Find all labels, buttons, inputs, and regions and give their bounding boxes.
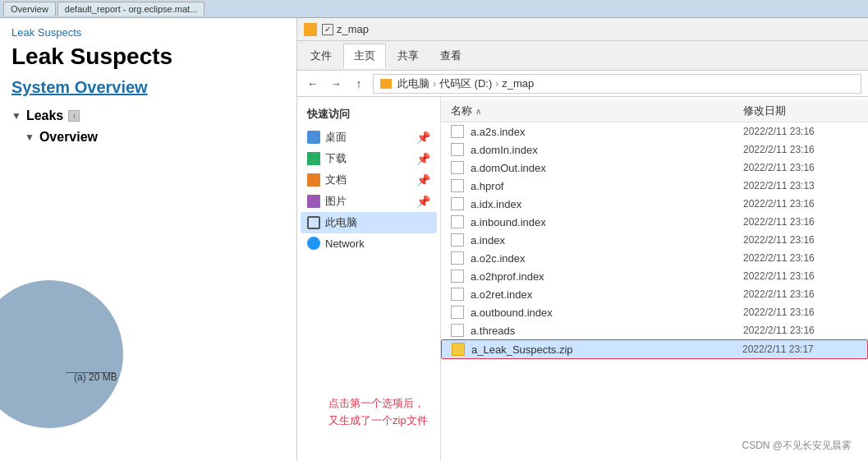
file-date: 2022/2/11 23:13 bbox=[743, 180, 858, 191]
file-row[interactable]: a.o2ret.index2022/2/11 23:16 bbox=[441, 285, 868, 303]
ribbon-view-btn[interactable]: 查看 bbox=[430, 44, 471, 68]
overview-arrow-icon[interactable]: ▼ bbox=[25, 131, 34, 143]
file-icon bbox=[451, 233, 464, 247]
file-date: 2022/2/11 23:16 bbox=[743, 325, 858, 336]
system-overview-link[interactable]: System Overview bbox=[11, 78, 285, 97]
file-name: a.inbound.index bbox=[471, 216, 743, 228]
nav-item-this-pc[interactable]: 此电脑 bbox=[301, 212, 437, 233]
file-date: 2022/2/11 23:16 bbox=[743, 126, 858, 137]
file-name: a.hprof bbox=[471, 180, 743, 192]
nav-item-documents[interactable]: 文档 📌 bbox=[301, 169, 437, 191]
pin-icon-documents: 📌 bbox=[416, 173, 430, 187]
overview-label: Overview bbox=[39, 130, 98, 145]
leaks-info-icon: i bbox=[68, 110, 80, 122]
file-row[interactable]: a.idx.index2022/2/11 23:16 bbox=[441, 195, 868, 213]
file-icon bbox=[451, 179, 464, 192]
file-name: a.outbound.index bbox=[471, 307, 743, 319]
path-part-1: 此电脑 bbox=[397, 76, 429, 91]
download-icon bbox=[307, 152, 320, 165]
file-date: 2022/2/11 23:16 bbox=[743, 198, 858, 210]
file-name: a.index bbox=[471, 234, 743, 247]
ribbon-file-btn[interactable]: 文件 bbox=[301, 44, 342, 68]
file-name: a_Leak_Suspects.zip bbox=[471, 343, 742, 356]
this-pc-icon bbox=[307, 216, 320, 229]
file-row[interactable]: a.a2s.index2022/2/11 23:16 bbox=[441, 122, 868, 141]
file-name: a.threads bbox=[471, 325, 743, 337]
leak-suspects-breadcrumb[interactable]: Leak Suspects bbox=[11, 26, 285, 39]
file-row[interactable]: a.domIn.index2022/2/11 23:16 bbox=[441, 141, 868, 159]
file-date: 2022/2/11 23:17 bbox=[742, 343, 857, 355]
file-date: 2022/2/11 23:16 bbox=[743, 216, 858, 228]
explorer-body: 快速访问 桌面 📌 下载 📌 文档 📌 bbox=[297, 97, 868, 461]
file-icon bbox=[451, 143, 464, 156]
col-header-name[interactable]: 名称 ∧ bbox=[451, 104, 743, 118]
file-row[interactable]: a.inbound.index2022/2/11 23:16 bbox=[441, 213, 868, 231]
pictures-icon bbox=[307, 195, 320, 208]
ribbon-share-btn[interactable]: 共享 bbox=[388, 44, 429, 68]
leaks-label: Leaks bbox=[26, 108, 63, 123]
file-row[interactable]: a.hprof2022/2/11 23:13 bbox=[441, 177, 868, 195]
network-icon bbox=[307, 237, 320, 250]
file-name: a.domOut.index bbox=[471, 162, 743, 174]
tab-overview[interactable]: Overview bbox=[3, 2, 56, 16]
file-date: 2022/2/11 23:16 bbox=[743, 162, 858, 173]
path-folder-icon bbox=[380, 79, 392, 89]
leaks-section: ▼ Leaks i bbox=[11, 108, 285, 123]
file-name: a.o2ret.index bbox=[471, 288, 743, 301]
file-date: 2022/2/11 23:16 bbox=[743, 234, 858, 246]
pin-icon-pictures: 📌 bbox=[416, 195, 430, 208]
nav-item-pictures[interactable]: 图片 📌 bbox=[301, 191, 437, 212]
file-explorer: ✓ z_map 文件 主页 共享 查看 ← → ↑ 此电脑 › 代码区 (D:)… bbox=[297, 18, 868, 461]
file-name: a.o2hprof.index bbox=[471, 270, 743, 283]
file-name: a.o2c.index bbox=[471, 252, 743, 265]
file-list-area: 名称 ∧ 修改日期 a.a2s.index2022/2/11 23:16a.do… bbox=[441, 97, 868, 461]
ribbon-home-btn[interactable]: 主页 bbox=[343, 44, 386, 68]
col-header-date[interactable]: 修改日期 bbox=[743, 104, 858, 118]
file-row[interactable]: a.o2hprof.index2022/2/11 23:16 bbox=[441, 267, 868, 285]
file-row[interactable]: a.index2022/2/11 23:16 bbox=[441, 231, 868, 249]
path-part-3: z_map bbox=[502, 77, 534, 90]
address-path[interactable]: 此电脑 › 代码区 (D:) › z_map bbox=[373, 74, 861, 94]
ribbon-toolbar: 文件 主页 共享 查看 bbox=[297, 41, 868, 71]
pin-icon-download: 📌 bbox=[416, 152, 430, 165]
file-icon bbox=[451, 288, 464, 301]
file-date: 2022/2/11 23:16 bbox=[743, 144, 858, 155]
nav-item-download[interactable]: 下载 📌 bbox=[301, 148, 437, 169]
file-row[interactable]: a.threads2022/2/11 23:16 bbox=[441, 321, 868, 339]
sort-arrow: ∧ bbox=[475, 107, 481, 116]
chart-label: (a) 20 MB bbox=[74, 371, 117, 383]
main-content: Leak Suspects Leak Suspects System Overv… bbox=[0, 18, 868, 461]
address-bar: ← → ↑ 此电脑 › 代码区 (D:) › z_map bbox=[297, 71, 868, 97]
explorer-title: z_map bbox=[337, 23, 369, 35]
quick-access-header: 快速访问 bbox=[301, 104, 437, 125]
tab-bar: Overview default_report - org.eclipse.ma… bbox=[0, 0, 868, 18]
file-icon bbox=[451, 251, 464, 265]
file-icon bbox=[451, 215, 464, 228]
path-sep-2: › bbox=[495, 78, 498, 90]
file-row[interactable]: a_Leak_Suspects.zip2022/2/11 23:17 bbox=[441, 339, 868, 359]
file-date: 2022/2/11 23:16 bbox=[743, 288, 858, 300]
leaks-arrow-icon[interactable]: ▼ bbox=[11, 110, 21, 122]
nav-item-desktop[interactable]: 桌面 📌 bbox=[301, 127, 437, 148]
forward-button[interactable]: → bbox=[327, 75, 345, 93]
file-icon bbox=[451, 161, 464, 174]
file-name: a.a2s.index bbox=[471, 126, 743, 138]
file-row[interactable]: a.domOut.index2022/2/11 23:16 bbox=[441, 159, 868, 177]
pie-chart-decoration bbox=[0, 280, 123, 428]
file-icon bbox=[451, 197, 464, 210]
file-icon bbox=[451, 125, 464, 138]
file-row[interactable]: a.outbound.index2022/2/11 23:16 bbox=[441, 303, 868, 321]
file-date: 2022/2/11 23:16 bbox=[743, 270, 858, 282]
explorer-titlebar: ✓ z_map bbox=[297, 18, 868, 41]
up-button[interactable]: ↑ bbox=[350, 75, 368, 93]
overview-section: ▼ Overview bbox=[25, 130, 285, 145]
back-button[interactable]: ← bbox=[304, 75, 322, 93]
titlebar-checkbox[interactable]: ✓ bbox=[322, 24, 333, 35]
file-list-header: 名称 ∧ 修改日期 bbox=[441, 100, 868, 122]
tab-report[interactable]: default_report - org.eclipse.mat... bbox=[57, 2, 204, 16]
left-panel: Leak Suspects Leak Suspects System Overv… bbox=[0, 18, 297, 461]
file-row[interactable]: a.o2c.index2022/2/11 23:16 bbox=[441, 249, 868, 267]
nav-item-network[interactable]: Network bbox=[301, 233, 437, 253]
file-date: 2022/2/11 23:16 bbox=[743, 252, 858, 264]
documents-icon bbox=[307, 173, 320, 187]
